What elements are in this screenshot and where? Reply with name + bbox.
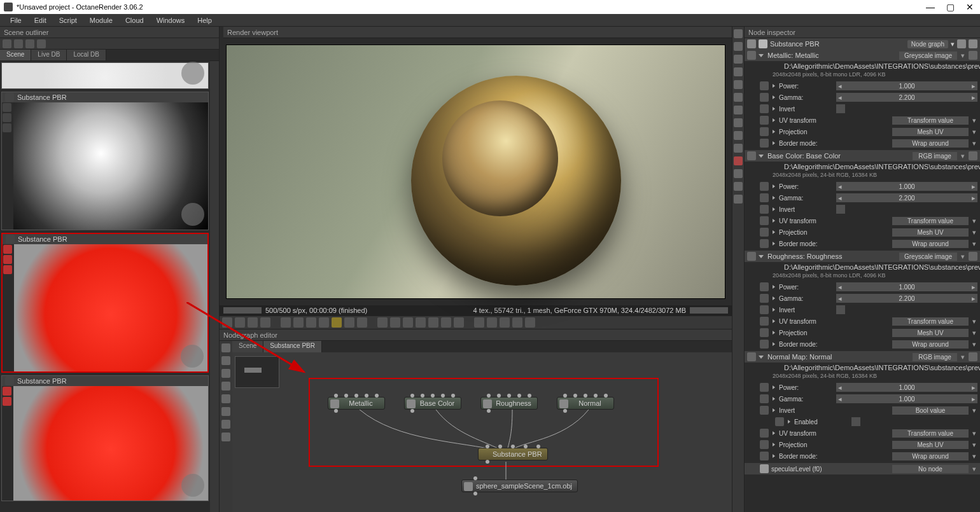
expand-icon[interactable]: [773, 331, 775, 335]
node-roughness[interactable]: Roughness: [480, 397, 538, 410]
expand-icon[interactable]: [773, 184, 775, 188]
section-header[interactable]: Normal Map: Normal RGB image ▾: [745, 351, 980, 363]
toolbar-icon[interactable]: [281, 317, 291, 328]
ng-tool-icon[interactable]: [221, 369, 230, 378]
tool-icon[interactable]: [747, 39, 756, 48]
tab-livedb[interactable]: Live DB: [31, 50, 67, 60]
toolbar-icon[interactable]: [454, 317, 464, 328]
material-card-selected[interactable]: Substance PBR: [1, 233, 209, 373]
pause-icon[interactable]: [319, 317, 329, 328]
sidebar-icon[interactable]: [734, 131, 743, 140]
ng-tool-icon[interactable]: [221, 343, 230, 352]
expand-icon[interactable]: [773, 308, 775, 312]
tool-icon[interactable]: [969, 151, 977, 160]
tool-icon[interactable]: [969, 51, 977, 60]
expand-icon[interactable]: [773, 443, 775, 446]
dropdown[interactable]: Wrap around: [892, 139, 969, 148]
expand-icon[interactable]: [773, 408, 775, 412]
value-slider[interactable]: ◂1.000▸: [836, 182, 977, 191]
section-header[interactable]: Metallic: Metallic Greyscale image ▾: [745, 50, 980, 61]
expand-icon[interactable]: [773, 95, 775, 99]
expand-icon[interactable]: [773, 431, 775, 435]
sidebar-icon[interactable]: [734, 195, 743, 204]
toolbar-icon[interactable]: [525, 317, 535, 328]
expand-icon[interactable]: [773, 130, 775, 134]
maximize-button[interactable]: ▢: [946, 2, 955, 12]
expand-icon[interactable]: [773, 454, 775, 458]
chevron-down-icon[interactable]: ▾: [960, 52, 966, 60]
tab-scene[interactable]: Scene: [0, 50, 31, 60]
toolbar-icon[interactable]: [500, 317, 510, 328]
close-button[interactable]: ✕: [966, 2, 974, 12]
channel-swatch[interactable]: [3, 387, 11, 396]
outliner-list[interactable]: Substance PBR Substance PBR Substance PB…: [0, 61, 210, 512]
ng-tool-icon[interactable]: [221, 356, 230, 365]
nodegraph-canvas[interactable]: Scene Substance PBR Metallic Base Color: [232, 341, 732, 512]
value-slider[interactable]: ◂1.000▸: [836, 81, 977, 90]
chevron-down-icon[interactable]: ▾: [971, 429, 977, 438]
expand-icon[interactable]: [773, 230, 775, 234]
value-slider[interactable]: ◂2.200▸: [836, 93, 977, 102]
sidebar-icon[interactable]: [734, 144, 743, 153]
dropdown[interactable]: Wrap around: [892, 340, 969, 349]
chevron-down-icon[interactable]: ▾: [960, 152, 966, 160]
ng-tool-icon[interactable]: [221, 420, 230, 429]
expand-icon[interactable]: [773, 242, 775, 246]
node-normal[interactable]: Normal: [557, 397, 614, 410]
chevron-down-icon[interactable]: ▾: [971, 406, 977, 415]
material-card[interactable]: Substance PBR: [1, 92, 209, 230]
toolbar-icon[interactable]: [293, 317, 304, 328]
type-dropdown[interactable]: Greyscale image: [899, 253, 957, 261]
tool-icon[interactable]: [969, 352, 977, 361]
play-icon[interactable]: [332, 317, 342, 328]
sidebar-icon[interactable]: [734, 156, 743, 165]
dropdown[interactable]: No node: [892, 465, 969, 473]
type-dropdown[interactable]: RGB image: [913, 152, 957, 160]
toolbar-icon[interactable]: [222, 317, 232, 328]
expand-icon[interactable]: [773, 141, 775, 145]
dropdown[interactable]: Mesh UV: [892, 228, 969, 237]
channel-swatch[interactable]: [3, 255, 12, 264]
toolbar-icon[interactable]: [512, 317, 522, 328]
expand-icon[interactable]: [773, 84, 775, 88]
expand-icon[interactable]: [773, 219, 775, 223]
inspector-mode-dropdown[interactable]: Node graph: [907, 40, 948, 48]
chevron-down-icon[interactable]: ▾: [971, 128, 977, 136]
type-dropdown[interactable]: RGB image: [913, 353, 957, 361]
tool-icon[interactable]: [969, 39, 977, 48]
chevron-down-icon[interactable]: ▾: [960, 353, 966, 361]
checkbox[interactable]: [836, 104, 845, 113]
sidebar-icon[interactable]: [734, 29, 743, 38]
minimize-button[interactable]: —: [926, 2, 935, 12]
dropdown[interactable]: Transform value: [892, 317, 969, 326]
value-slider[interactable]: ◂2.200▸: [836, 294, 977, 303]
value-slider[interactable]: ◂1.000▸: [836, 394, 977, 403]
value-slider[interactable]: ◂2.200▸: [836, 193, 977, 202]
toolbar-icon[interactable]: [344, 317, 354, 328]
expand-icon[interactable]: [759, 54, 764, 57]
tool-icon[interactable]: [957, 39, 966, 48]
channel-swatch[interactable]: [3, 397, 11, 406]
checkbox[interactable]: [836, 305, 845, 314]
toolbar-icon[interactable]: [357, 317, 367, 328]
type-dropdown[interactable]: Greyscale image: [899, 52, 957, 60]
menu-module[interactable]: Module: [83, 17, 119, 24]
expand-icon[interactable]: [773, 207, 775, 211]
section-header[interactable]: Base Color: Base Color RGB image ▾: [745, 150, 980, 162]
dropdown[interactable]: Wrap around: [892, 452, 969, 460]
sidebar-icon[interactable]: [734, 118, 743, 127]
toolbar-icon[interactable]: [416, 317, 426, 328]
channel-swatch[interactable]: [3, 103, 11, 112]
render-viewport[interactable]: [226, 45, 725, 299]
menu-help[interactable]: Help: [191, 17, 218, 24]
section-header[interactable]: Roughness: Roughness Greyscale image ▾: [745, 251, 980, 262]
expand-icon[interactable]: [773, 285, 775, 289]
chevron-down-icon[interactable]: ▾: [971, 139, 977, 148]
outliner-scrollbar[interactable]: [210, 61, 219, 512]
ng-tab-scene[interactable]: Scene: [232, 341, 263, 352]
channel-swatch[interactable]: [3, 265, 12, 274]
outliner-tool-icon[interactable]: [25, 39, 34, 48]
dropdown[interactable]: Wrap around: [892, 240, 969, 248]
tab-localdb[interactable]: Local DB: [67, 50, 106, 60]
node-metallic[interactable]: Metallic: [328, 397, 385, 410]
